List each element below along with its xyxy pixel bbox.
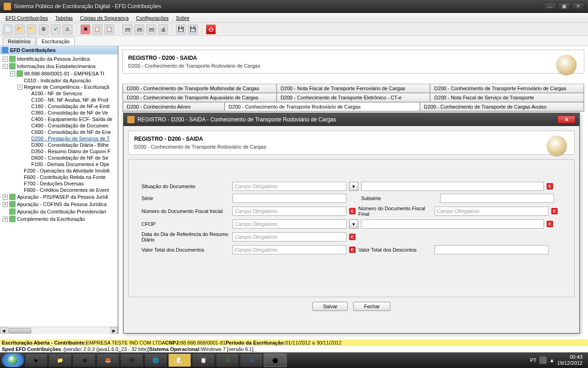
tree-node[interactable]: D300 - Consolidação Diária - Bilhe bbox=[0, 142, 118, 148]
tool-power-icon[interactable]: ⏻ bbox=[206, 24, 216, 34]
tree-node[interactable]: −Informações dos Estabelecimentos bbox=[0, 63, 118, 70]
tray-arrow-icon[interactable]: ▲ bbox=[549, 357, 554, 363]
menu-efd[interactable]: EFD Contribuições bbox=[3, 14, 51, 22]
tree-node[interactable]: F700 - Deduções Diversas bbox=[0, 180, 118, 187]
tree-node[interactable]: Apuração da Contribuição Previdenciári bbox=[0, 208, 118, 215]
minimize-button[interactable]: — bbox=[544, 2, 557, 11]
input-num-ini[interactable] bbox=[232, 207, 346, 216]
menu-copias[interactable]: Cópias de Segurança bbox=[77, 14, 131, 22]
tree-node[interactable]: C600 - Consolidação de NF de Ene bbox=[0, 129, 118, 135]
doc-tab-active[interactable]: D200 - Conhecimento de Transporte Rodovi… bbox=[225, 102, 420, 111]
save-button[interactable]: Salvar bbox=[312, 302, 348, 311]
tree-hscroll[interactable]: ◄ ► bbox=[0, 327, 118, 334]
tool-close-icon[interactable]: ✖ bbox=[80, 24, 90, 34]
tray-clock[interactable]: 00:43 19/12/2012 bbox=[557, 354, 582, 366]
close-window-button[interactable]: ✕ bbox=[571, 2, 584, 11]
tree-node[interactable]: −Identificação da Pessoa Jurídica bbox=[0, 55, 118, 63]
tree-node[interactable]: D350 - Resumo Diário de Cupom F bbox=[0, 148, 118, 155]
tab-escrituracao[interactable]: Escrituração bbox=[37, 37, 75, 46]
tool-gear-icon[interactable]: ⚙ bbox=[39, 24, 49, 34]
tree-node-selected[interactable]: D200 - Prestação de Serviços de T bbox=[0, 135, 118, 142]
tool-new-icon[interactable]: 📄 bbox=[3, 24, 13, 34]
tree-root[interactable]: EFD Contribuições bbox=[0, 46, 118, 54]
input-valor-total[interactable] bbox=[232, 245, 346, 254]
scroll-right-icon[interactable]: ► bbox=[110, 327, 118, 334]
tree-node[interactable]: F100 - Demais Documentos e Ope bbox=[0, 161, 118, 167]
tray-lang[interactable]: PT bbox=[530, 357, 537, 363]
dialog-close-button[interactable]: ✕ bbox=[557, 115, 576, 124]
input-valor-desc[interactable] bbox=[435, 245, 548, 254]
close-button[interactable]: Fechar bbox=[353, 302, 390, 311]
tree-node[interactable]: F600 - Contribuição Retida na Fonte bbox=[0, 174, 118, 180]
input-serie[interactable] bbox=[232, 194, 346, 203]
input-data-ref[interactable] bbox=[232, 232, 346, 242]
taskbar-item[interactable]: 📋 bbox=[192, 353, 215, 367]
tool-print-icon[interactable]: 🖨 bbox=[158, 24, 168, 34]
tree-node[interactable]: C100 - NF, NF Avulsa, NF de Prod bbox=[0, 97, 118, 103]
tool-paste-icon[interactable]: 📋 bbox=[104, 24, 114, 34]
doc-tab[interactable]: D200 - Conhecimento de Transporte Multim… bbox=[123, 84, 277, 93]
tray-flag-icon[interactable] bbox=[539, 356, 547, 364]
doc-tab[interactable]: D200 - Conhecimento de Transporte de Car… bbox=[420, 102, 584, 111]
taskbar-item[interactable]: 🖥 bbox=[73, 353, 96, 367]
tool-folder-icon[interactable]: 📁 bbox=[27, 24, 37, 34]
taskbar-item[interactable]: 🦊 bbox=[96, 353, 119, 367]
doc-tab[interactable]: D200 - Conhecimento Aéreo bbox=[123, 102, 225, 111]
taskbar-item[interactable]: X bbox=[216, 353, 239, 367]
tree-node[interactable]: +Apuração - COFINS da Pessoa Jurídica bbox=[0, 201, 118, 208]
tree-node[interactable]: F800 - Créditos Decorrentes de Event bbox=[0, 187, 118, 193]
tree-node[interactable]: C490 - Consolidação de Documen bbox=[0, 122, 118, 129]
input-subserie[interactable] bbox=[440, 194, 554, 203]
tree-node[interactable]: A100 - NF de Serviços bbox=[0, 90, 118, 97]
tool-db3-icon[interactable]: 🗃 bbox=[146, 24, 156, 34]
input-cfop-desc[interactable] bbox=[361, 219, 544, 229]
doc-tab[interactable]: D200 - Nota Fiscal de Transporte Ferrovi… bbox=[277, 84, 430, 93]
tree-node[interactable]: C180 - Consolidação de NF-e Emit bbox=[0, 103, 118, 109]
tree-node[interactable]: +Complemento da Escrituração bbox=[0, 215, 118, 223]
tool-save-icon[interactable]: 💾 bbox=[176, 24, 186, 34]
label-subserie: Subsérie bbox=[361, 196, 384, 201]
tool-open-icon[interactable]: 📂 bbox=[15, 24, 25, 34]
tool-copy-icon[interactable]: 📋 bbox=[92, 24, 102, 34]
menu-config[interactable]: Configurações bbox=[133, 14, 171, 22]
tree-node[interactable]: C400 - Equipamento ECF- Saída de bbox=[0, 116, 118, 122]
scroll-thumb[interactable] bbox=[8, 328, 31, 334]
taskbar-item[interactable]: 📝 bbox=[168, 353, 191, 367]
input-situacao[interactable] bbox=[232, 182, 346, 191]
tool-warning-icon[interactable]: ⚠ bbox=[62, 24, 73, 34]
taskbar-item[interactable]: ⓔ bbox=[120, 353, 143, 367]
error-icon: E bbox=[349, 234, 356, 240]
taskbar-item[interactable]: 🌐 bbox=[144, 353, 167, 367]
scroll-left-icon[interactable]: ◄ bbox=[0, 327, 7, 334]
doc-tab[interactable]: D200 - Conhecimento de Transporte Eletrô… bbox=[277, 93, 430, 102]
input-situacao-desc[interactable] bbox=[361, 182, 544, 191]
tree-node[interactable]: −Regime de Competência - Escrituraçã bbox=[0, 84, 118, 90]
doc-tab[interactable]: D200 - Conhecimento de Transporte Aquavi… bbox=[123, 93, 277, 102]
tab-relatorios[interactable]: Relatórios bbox=[3, 37, 36, 46]
doc-tab[interactable]: D200 - Nota Fiscal de Serviço de Transpo… bbox=[430, 93, 584, 102]
menu-sobre[interactable]: Sobre bbox=[173, 14, 192, 22]
tool-db-icon[interactable]: 🗃 bbox=[122, 24, 132, 34]
tool-save2-icon[interactable]: 💾 bbox=[188, 24, 198, 34]
start-button[interactable] bbox=[2, 353, 24, 367]
tree-node[interactable]: F200 - Operações da Atividade Imobili bbox=[0, 167, 118, 174]
menu-tabelas[interactable]: Tabelas bbox=[52, 14, 75, 22]
tree-node[interactable]: C010 - Indicador da Apuração bbox=[0, 77, 118, 84]
taskbar-item[interactable]: W bbox=[240, 353, 263, 367]
label-serie: Série bbox=[141, 196, 230, 201]
input-num-fin[interactable] bbox=[435, 207, 548, 216]
tree-node[interactable]: C380 - Consolidação de NF de Ve bbox=[0, 109, 118, 116]
doc-tab[interactable]: D200 - Conhecimento de Transporte Ferrov… bbox=[430, 84, 584, 93]
input-cfop[interactable] bbox=[232, 219, 346, 229]
tool-db2-icon[interactable]: 🗃 bbox=[134, 24, 144, 34]
dropdown-icon[interactable]: ▾ bbox=[349, 219, 358, 229]
tool-check-icon[interactable]: ✔ bbox=[51, 24, 61, 34]
dropdown-icon[interactable]: ▾ bbox=[349, 182, 358, 191]
tree-node[interactable]: D600 - Consolidação de NF de Se bbox=[0, 155, 118, 161]
taskbar-item[interactable]: ▶ bbox=[25, 353, 48, 367]
maximize-button[interactable]: ▣ bbox=[558, 2, 571, 11]
tree-node[interactable]: +Apuração - PIS/PASEP da Pessoa Jurídi bbox=[0, 193, 118, 201]
tree-node[interactable]: −88.888.888/0001-91 - EMPRESA TI bbox=[0, 70, 118, 77]
taskbar-item[interactable]: 📁 bbox=[49, 353, 72, 367]
taskbar-item-active[interactable]: ⬤ bbox=[264, 353, 287, 367]
